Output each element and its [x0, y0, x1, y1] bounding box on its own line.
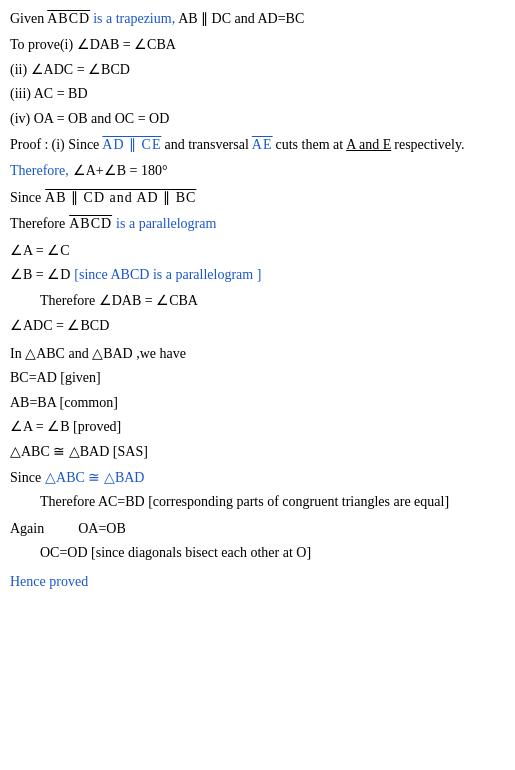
toprove-iii: (iii) AC = BD [10, 83, 505, 105]
given-is: is a trapezium, [93, 8, 175, 30]
given-ab-dc: AB ∥ DC and AD=BC [178, 8, 304, 30]
since3-line: Since △ABC ≅ △BAD [10, 467, 505, 489]
bc-ad: BC=AD [given] [10, 370, 101, 385]
proof-respectively: respectively. [394, 134, 464, 156]
again-line: Again OA=OB [10, 518, 505, 540]
given-label: Given [10, 8, 44, 30]
in-triangles: In △ABC and △BAD ,we have [10, 346, 186, 361]
toprove-i-text: (i) ∠DAB = ∠CBA [60, 37, 176, 52]
angle-b-d-line: ∠B = ∠D [since ABCD is a parallelogram ] [10, 264, 505, 286]
triangle-congruent-line: △ABC ≅ △BAD [SAS] [10, 441, 505, 463]
therefore-ac-bd-line: Therefore AC=BD [corresponding parts of … [10, 491, 505, 513]
in-triangles-line: In △ABC and △BAD ,we have [10, 343, 505, 365]
bc-ad-line: BC=AD [given] [10, 367, 505, 389]
angle-sum: ∠A+∠B = 180° [73, 160, 168, 182]
oc-od-line: OC=OD [since diagonals bisect each other… [10, 542, 505, 564]
angle-a-eq-c: ∠A = ∠C [10, 243, 70, 258]
therefore1-line: Therefore, ∠A+∠B = 180° [10, 160, 505, 182]
proof-and-transversal: and transversal [164, 134, 248, 156]
angle-b-eq-d: ∠B = ∠D [10, 264, 70, 286]
hence-proved-text: Hence proved [10, 574, 88, 589]
proof-line1: Proof : (i) Since AD ∥ CE and transversa… [10, 134, 505, 156]
triangle-congruent: △ABC ≅ △BAD [SAS] [10, 444, 148, 459]
since2-label: Since [10, 187, 41, 209]
given-section: Given ABCD is a trapezium, AB ∥ DC and A… [10, 8, 505, 30]
oc-od: OC=OD [since diagonals bisect each other… [40, 545, 311, 560]
angle-a-b: ∠A = ∠B [proved] [10, 419, 121, 434]
angle-adc-bcd-line: ∠ADC = ∠BCD [10, 315, 505, 337]
triangle-eq: △ABC ≅ △BAD [45, 467, 144, 489]
toprove-label: To prove [10, 37, 60, 52]
ab-ba: AB=BA [common] [10, 395, 118, 410]
toprove-iv: (iv) OA = OB and OC = OD [10, 108, 505, 130]
therefore-dab: Therefore ∠DAB = ∠CBA [40, 293, 198, 308]
abcd-para: ABCD [69, 213, 112, 235]
proof-cuts: cuts them at [275, 134, 343, 156]
angle-adc-bcd: ∠ADC = ∠BCD [10, 318, 109, 333]
proof-i-since: (i) Since [52, 134, 100, 156]
ab-ba-line: AB=BA [common] [10, 392, 505, 414]
therefore-ac-bd: Therefore AC=BD [corresponding parts of … [40, 494, 449, 509]
since2-line: Since AB ∥ CD and AD ∥ BC [10, 187, 505, 209]
therefore1-label: Therefore, [10, 160, 69, 182]
toprove-section: To prove(i) ∠DAB = ∠CBA (ii) ∠ADC = ∠BCD… [10, 34, 505, 130]
therefore2-label: Therefore [10, 213, 65, 235]
proof-a-and-e: A and E [346, 134, 391, 156]
proof-label: Proof : [10, 134, 49, 156]
proof-ae: AE [252, 134, 273, 156]
therefore-dab-line: Therefore ∠DAB = ∠CBA [10, 290, 505, 312]
again-label: Again [10, 518, 44, 540]
given-abcd: ABCD [47, 8, 90, 30]
angle-a-b-line: ∠A = ∠B [proved] [10, 416, 505, 438]
is-parallelogram: is a parallelogram [116, 213, 216, 235]
therefore2-line: Therefore ABCD is a parallelogram [10, 213, 505, 235]
toprove-i: To prove(i) ∠DAB = ∠CBA [10, 34, 505, 56]
oa-ob: OA=OB [48, 518, 126, 540]
proof-ad-ce: AD ∥ CE [102, 134, 161, 156]
hence-proved: Hence proved [10, 571, 505, 593]
since3-label: Since [10, 467, 41, 489]
ab-cd: AB ∥ CD and AD ∥ BC [45, 187, 196, 209]
since-abcd: [since ABCD is a parallelogram ] [74, 264, 261, 286]
proof-section: Proof : (i) Since AD ∥ CE and transversa… [10, 134, 505, 565]
toprove-ii: (ii) ∠ADC = ∠BCD [10, 59, 505, 81]
angle-a-c-line: ∠A = ∠C [10, 240, 505, 262]
